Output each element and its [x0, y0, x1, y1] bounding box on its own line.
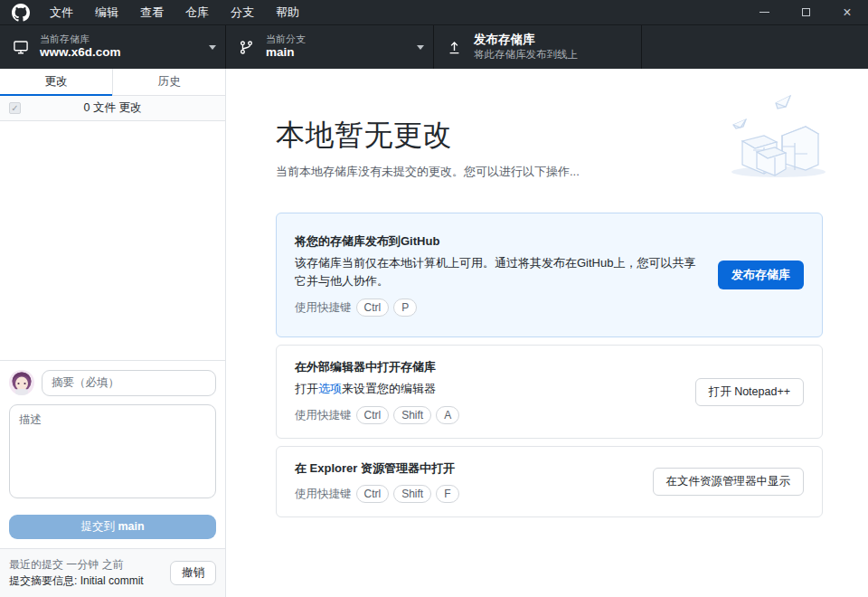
repository-name: www.x6d.com — [40, 45, 121, 61]
close-icon: × — [843, 5, 851, 20]
publish-repository-toolbar-button[interactable]: 发布存储库 将此存储库发布到线上 — [434, 25, 642, 69]
open-in-explorer-card: 在 Explorer 资源管理器中打开 使用快捷键 Ctrl Shift F 在… — [276, 446, 823, 517]
current-repository-selector[interactable]: 当前存储库 www.x6d.com — [0, 25, 226, 69]
tab-history[interactable]: 历史 — [112, 69, 225, 95]
github-logo-icon — [12, 4, 30, 22]
menu-item-file[interactable]: 文件 — [39, 0, 84, 25]
kbd-a: A — [436, 406, 459, 424]
shortcut-hint: 使用快捷键 Ctrl Shift A — [295, 406, 681, 424]
kbd-p: P — [393, 298, 417, 317]
files-changed-count: 0 文件 更改 — [0, 100, 225, 116]
changed-files-list — [0, 121, 225, 360]
undo-button[interactable]: 撤销 — [170, 561, 216, 585]
recent-commit-bar: 最近的提交 一分钟 之前 提交摘要信息: Initial commit 撤销 — [0, 548, 225, 597]
sidebar-tabs: 更改 历史 — [0, 69, 225, 96]
commit-form: 提交到 main — [0, 360, 225, 548]
app-window: 文件 编辑 查看 仓库 分支 帮助 × 当前存储库 www.x6d.com — [0, 0, 868, 597]
kbd-ctrl: Ctrl — [356, 485, 390, 503]
monitor-icon — [13, 39, 29, 55]
maximize-button[interactable] — [785, 0, 826, 25]
git-branch-icon — [239, 40, 255, 55]
recent-commit-summary: 提交摘要信息: Initial commit — [9, 573, 144, 590]
app-body: 更改 历史 ✓ 0 文件 更改 — [0, 69, 868, 597]
open-in-editor-card: 在外部编辑器中打开存储库 打开选项来设置您的编辑器 使用快捷键 Ctrl Shi… — [276, 345, 823, 439]
commit-description-input[interactable] — [9, 404, 216, 498]
menu-item-edit[interactable]: 编辑 — [84, 0, 129, 25]
repository-info: 当前存储库 www.x6d.com — [40, 33, 121, 62]
upload-icon — [447, 40, 463, 55]
commit-summary-input[interactable] — [42, 370, 216, 396]
tab-changes[interactable]: 更改 — [0, 69, 112, 95]
recent-commit-info: 最近的提交 一分钟 之前 提交摘要信息: Initial commit — [9, 556, 144, 590]
publish-subtitle: 将此存储库发布到线上 — [474, 48, 578, 61]
menu-item-help[interactable]: 帮助 — [265, 0, 310, 25]
card-description: 打开选项来设置您的编辑器 — [295, 380, 681, 398]
kbd-shift: Shift — [393, 485, 431, 503]
branch-info: 当前分支 main — [266, 33, 306, 62]
publish-info: 发布存储库 将此存储库发布到线上 — [474, 33, 578, 61]
kbd-ctrl: Ctrl — [356, 298, 390, 317]
card-description: 该存储库当前仅在本地计算机上可用。通过将其发布在GitHub上，您可以共享它并与… — [295, 254, 702, 290]
options-link[interactable]: 选项 — [318, 382, 342, 395]
chevron-down-icon — [417, 45, 424, 50]
titlebar: 文件 编辑 查看 仓库 分支 帮助 × — [0, 0, 868, 25]
current-branch-selector[interactable]: 当前分支 main — [226, 25, 434, 69]
no-changes-panel: 本地暂无更改 当前本地存储库没有未提交的更改。您可以进行以下操作... 将您的存… — [226, 69, 868, 597]
kbd-f: F — [436, 485, 458, 503]
menu-item-repository[interactable]: 仓库 — [175, 0, 220, 25]
card-title: 将您的存储库发布到GitHub — [295, 233, 703, 250]
publish-to-github-card: 将您的存储库发布到GitHub 该存储库当前仅在本地计算机上可用。通过将其发布在… — [276, 213, 823, 337]
paper-stack-illustration — [726, 94, 830, 184]
kbd-ctrl: Ctrl — [356, 406, 390, 424]
recent-commit-time: 最近的提交 一分钟 之前 — [9, 556, 144, 573]
suggested-actions: 将您的存储库发布到GitHub 该存储库当前仅在本地计算机上可用。通过将其发布在… — [276, 213, 823, 517]
sidebar: 更改 历史 ✓ 0 文件 更改 — [0, 69, 226, 597]
kbd-shift: Shift — [393, 406, 431, 424]
repository-label: 当前存储库 — [40, 33, 121, 46]
maximize-icon — [802, 8, 810, 16]
window-controls: × — [743, 0, 868, 25]
commit-to-branch-button[interactable]: 提交到 main — [9, 515, 216, 539]
branch-name: main — [266, 45, 306, 61]
menu-item-branch[interactable]: 分支 — [220, 0, 265, 25]
card-title: 在 Explorer 资源管理器中打开 — [295, 460, 638, 477]
menu-item-view[interactable]: 查看 — [129, 0, 175, 25]
changes-status-row: ✓ 0 文件 更改 — [0, 96, 225, 121]
card-title: 在外部编辑器中打开存储库 — [295, 359, 681, 375]
publish-repository-button[interactable]: 发布存储库 — [718, 261, 804, 289]
show-in-explorer-button[interactable]: 在文件资源管理器中显示 — [653, 468, 805, 496]
minimize-button[interactable] — [743, 0, 785, 25]
branch-label: 当前分支 — [266, 33, 306, 46]
shortcut-hint: 使用快捷键 Ctrl P — [295, 298, 703, 317]
shortcut-hint: 使用快捷键 Ctrl Shift F — [295, 485, 638, 503]
publish-title: 发布存储库 — [474, 33, 578, 48]
minimize-icon — [760, 12, 769, 13]
chevron-down-icon — [209, 45, 216, 50]
toolbar: 当前存储库 www.x6d.com 当前分支 main 发布存储库 将此存储库发… — [0, 25, 868, 69]
close-button[interactable]: × — [826, 0, 868, 25]
open-editor-button[interactable]: 打开 Notepad++ — [695, 378, 804, 406]
avatar — [9, 370, 34, 395]
